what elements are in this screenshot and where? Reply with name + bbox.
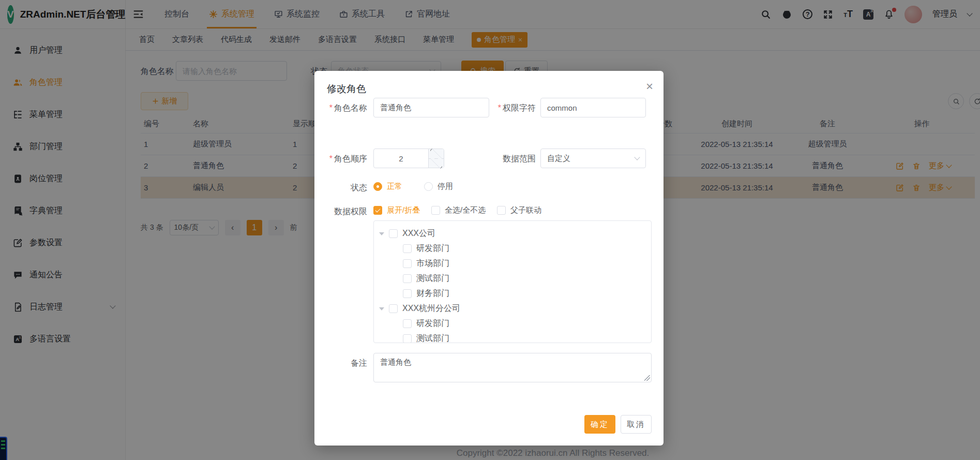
close-icon[interactable]: × xyxy=(646,79,653,94)
tree-node-child[interactable]: 研发部门 xyxy=(379,316,651,331)
checkbox-icon xyxy=(431,206,440,215)
perm-char-field-label: *权限字符 xyxy=(491,103,536,114)
checkbox-icon[interactable] xyxy=(403,259,412,268)
radio-icon xyxy=(424,182,433,191)
data-scope-select[interactable]: 自定义 xyxy=(540,149,646,168)
checkbox-checked-icon xyxy=(373,206,382,215)
tree-caret-icon[interactable] xyxy=(379,232,384,235)
tree-node-child[interactable]: 研发部门 xyxy=(379,241,651,256)
checkbox-icon[interactable] xyxy=(403,244,412,253)
data-scope-field-label: 数据范围 xyxy=(491,154,536,165)
checkbox-icon[interactable] xyxy=(403,319,412,328)
tree-node-child[interactable]: 市场部门 xyxy=(379,256,651,271)
status-radio-normal[interactable]: 正常 xyxy=(373,182,402,191)
role-order-field-label: *角色顺序 xyxy=(320,154,367,165)
edit-role-dialog: 修改角色 × *角色名称 *权限字符 *角色顺序 2 数据范围 自定义 状态 正… xyxy=(314,71,664,446)
select-all-checkbox[interactable]: 全选/全不选 xyxy=(431,205,486,215)
parent-child-link-checkbox[interactable]: 父子联动 xyxy=(497,205,541,215)
role-name-field-label: *角色名称 xyxy=(320,103,367,114)
tree-caret-icon[interactable] xyxy=(379,307,384,310)
textarea-resize-handle[interactable] xyxy=(644,375,650,381)
checkbox-icon[interactable] xyxy=(403,334,412,343)
checkbox-icon[interactable] xyxy=(389,304,398,313)
app: V ZRAdmin.NET后台管理 控制台 系统管理 系统监控 系统工具 xyxy=(0,0,980,460)
dialog-title: 修改角色 xyxy=(327,82,366,96)
remark-field-label: 备注 xyxy=(320,358,367,369)
radio-selected-icon xyxy=(373,182,382,191)
expand-collapse-checkbox[interactable]: 展开/折叠 xyxy=(373,205,420,215)
checkbox-icon[interactable] xyxy=(403,289,412,298)
perm-char-input[interactable] xyxy=(540,98,646,117)
tree-node-parent[interactable]: XXX杭州分公司 xyxy=(379,301,651,316)
checkbox-icon xyxy=(497,206,506,215)
tree-node-child[interactable]: 财务部门 xyxy=(379,286,651,301)
role-order-value: 2 xyxy=(374,149,428,168)
checkbox-icon[interactable] xyxy=(389,229,398,238)
status-radio-disabled[interactable]: 停用 xyxy=(424,182,453,191)
checkbox-icon[interactable] xyxy=(403,274,412,283)
cancel-button[interactable]: 取消 xyxy=(621,415,652,434)
role-name-input[interactable] xyxy=(373,98,489,117)
status-field-label: 状态 xyxy=(320,183,367,194)
tree-node-child[interactable]: 测试部门 xyxy=(379,271,651,286)
data-permission-label: 数据权限 xyxy=(320,206,367,217)
role-order-stepper[interactable]: 2 xyxy=(373,149,444,168)
confirm-button[interactable]: 确定 xyxy=(584,415,615,434)
tree-node-parent[interactable]: XXX公司 xyxy=(379,226,651,241)
tree-node-child[interactable]: 测试部门 xyxy=(379,331,651,343)
department-tree: XXX公司 研发部门 市场部门 测试部门 财务部门 XXX杭州分公司 xyxy=(373,220,652,343)
remark-textarea[interactable]: 普通角色 xyxy=(373,353,652,382)
chevron-down-icon xyxy=(634,154,640,160)
